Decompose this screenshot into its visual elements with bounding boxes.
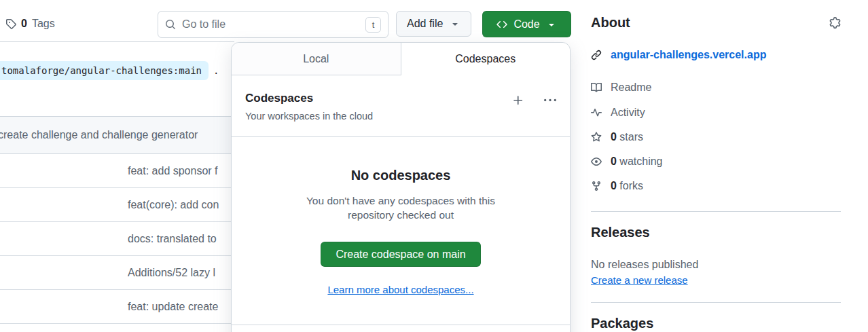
codespaces-options-button[interactable] — [544, 94, 556, 107]
edit-repo-settings-button[interactable] — [829, 17, 841, 29]
link-icon — [591, 50, 602, 60]
tab-local-label: Local — [303, 53, 329, 65]
tag-icon — [5, 18, 16, 29]
table-row[interactable]: feat: update create — [0, 290, 245, 324]
sidebar-item-forks[interactable]: 0 forks — [591, 180, 643, 192]
add-file-button[interactable]: Add file — [396, 11, 471, 37]
branch-snippet-suffix: . — [213, 65, 219, 76]
empty-state-line1: You don't have any codespaces with this — [232, 193, 570, 208]
table-row[interactable]: docs: translated to — [0, 222, 245, 256]
tags-label: Tags — [32, 18, 55, 30]
code-icon — [496, 19, 507, 30]
forks-label: forks — [619, 180, 643, 191]
website-row: angular-challenges.vercel.app — [591, 49, 766, 61]
codespaces-empty-state: No codespaces You don't have any codespa… — [232, 136, 570, 296]
empty-state-line2: repository checked out — [232, 208, 570, 222]
code-dropdown-panel: Local Codespaces Codespaces Your workspa… — [231, 42, 571, 332]
repo-website-link[interactable]: angular-challenges.vercel.app — [611, 49, 766, 61]
about-title: About — [591, 15, 630, 31]
branch-snippet-code: tomalaforge/angular-challenges:main — [0, 61, 209, 80]
learn-more-link[interactable]: Learn more about codespaces... — [327, 284, 473, 295]
watching-label: watching — [619, 155, 662, 167]
divider — [232, 325, 570, 325]
activity-label: Activity — [611, 107, 645, 119]
tab-codespaces-label: Codespaces — [455, 53, 516, 65]
tags-link[interactable]: 0 Tags — [5, 18, 55, 30]
book-icon — [591, 82, 602, 93]
packages-title: Packages — [591, 316, 653, 331]
table-row[interactable]: Additions/52 lazy l — [0, 256, 245, 290]
search-icon — [165, 19, 176, 30]
tab-codespaces[interactable]: Codespaces — [401, 43, 571, 75]
latest-commit-bar[interactable]: create challenge and challenge generator — [0, 116, 248, 154]
releases-empty-text: No releases published — [591, 259, 698, 271]
chevron-down-icon — [546, 19, 557, 30]
readme-label: Readme — [611, 81, 651, 94]
divider — [591, 211, 841, 212]
table-row[interactable]: feat: add sponsor f — [0, 154, 245, 188]
keyboard-shortcut-hint: t — [365, 17, 381, 33]
branch-snippet: tomalaforge/angular-challenges:main . — [0, 61, 219, 80]
commit-message-link[interactable]: docs: translated to — [128, 233, 217, 245]
sidebar-item-readme[interactable]: Readme — [591, 81, 651, 94]
search-placeholder: Go to file — [182, 18, 359, 31]
code-button[interactable]: Code — [482, 11, 571, 37]
code-button-label: Code — [513, 18, 539, 31]
forks-count: 0 — [611, 180, 617, 191]
codespaces-title: Codespaces — [245, 92, 373, 105]
empty-state-title: No codespaces — [232, 168, 570, 183]
tags-count: 0 — [21, 18, 27, 30]
repo-sidebar: About angular-challenges.vercel.app Read… — [591, 0, 841, 332]
commit-message-link[interactable]: Additions/52 lazy l — [128, 267, 215, 279]
create-release-link[interactable]: Create a new release — [591, 274, 688, 286]
pulse-icon — [591, 107, 602, 118]
empty-state-description: You don't have any codespaces with this … — [232, 193, 570, 222]
gear-icon — [829, 17, 841, 29]
repo-forked-icon — [591, 181, 602, 191]
kebab-horizontal-icon — [544, 94, 556, 107]
sidebar-item-activity[interactable]: Activity — [591, 107, 645, 119]
commit-message-link[interactable]: feat: add sponsor f — [128, 165, 218, 177]
commit-message-link[interactable]: feat: update create — [128, 301, 218, 313]
divider — [0, 41, 234, 42]
add-file-label: Add file — [407, 18, 443, 30]
codespaces-subtitle: Your workspaces in the cloud — [245, 111, 373, 122]
stars-label: stars — [619, 131, 643, 143]
table-row[interactable]: feat(core): add con — [0, 188, 245, 222]
create-codespace-button[interactable]: Create codespace on main — [321, 242, 480, 267]
chevron-down-icon — [450, 18, 460, 29]
commit-message-link[interactable]: feat(core): add con — [128, 199, 219, 211]
eye-icon — [591, 156, 602, 167]
sidebar-item-watching[interactable]: 0 watching — [591, 155, 663, 168]
go-to-file-search-input[interactable]: Go to file t — [158, 11, 388, 38]
stars-count: 0 — [611, 131, 617, 143]
codespaces-header: Codespaces Your workspaces in the cloud — [232, 75, 570, 122]
latest-commit-message: create challenge and challenge generator — [0, 129, 198, 141]
tab-local[interactable]: Local — [232, 43, 401, 75]
divider — [591, 302, 841, 303]
plus-icon — [512, 94, 524, 107]
new-codespace-button[interactable] — [512, 94, 524, 107]
sidebar-item-stars[interactable]: 0 stars — [591, 131, 643, 143]
file-table: feat: add sponsor f feat(core): add con … — [0, 154, 245, 324]
releases-title: Releases — [591, 225, 650, 240]
code-dropdown-tabs: Local Codespaces — [232, 43, 570, 75]
star-icon — [591, 132, 602, 143]
watching-count: 0 — [611, 155, 617, 167]
